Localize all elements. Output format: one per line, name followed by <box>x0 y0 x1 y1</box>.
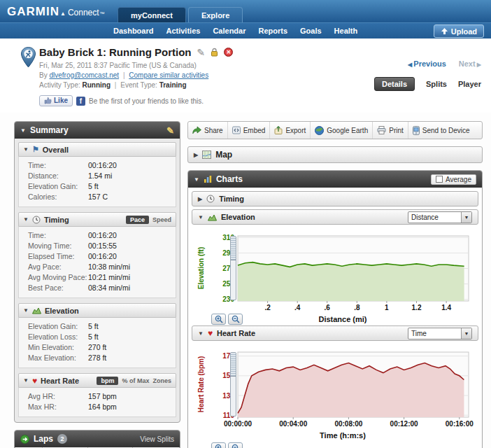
heart-icon: ♥ <box>208 329 213 337</box>
nav-dashboard[interactable]: Dashboard <box>113 27 153 35</box>
edit-summary-icon[interactable]: ✎ <box>166 125 174 136</box>
section-title: Timing <box>44 216 69 224</box>
stat-value: 1.54 mi <box>88 171 112 181</box>
tab-myconnect[interactable]: myConnect <box>118 7 186 22</box>
like-text: Be the first of your friends to like thi… <box>89 97 204 105</box>
clock-icon <box>206 195 215 203</box>
owner-link[interactable]: dlvefrog@comcast.net <box>49 71 119 79</box>
section-title: Heart Rate <box>41 377 79 385</box>
activity-pin-icon <box>21 47 36 68</box>
summary-panel-header[interactable]: ▼ Summary ✎ <box>15 122 180 139</box>
top-tabs: myConnect Explore <box>118 7 243 22</box>
stat-value: 10:38 min/mi <box>88 262 130 272</box>
upload-button[interactable]: Upload <box>434 24 484 38</box>
zoom-in-button[interactable] <box>211 442 226 448</box>
charts-panel-header[interactable]: ▼ Charts Average <box>188 171 482 188</box>
zoom-in-button[interactable] <box>211 314 226 325</box>
laps-panel-header[interactable]: Laps 2 View Splits <box>15 430 180 447</box>
elevation-axis-dropdown[interactable]: Distance ▼ <box>408 211 472 223</box>
expand-icon[interactable]: ▶ <box>198 196 202 202</box>
section-rows: Elevation Gain:5 ft Elevation Loss:5 ft … <box>18 318 176 368</box>
summary-title: Summary <box>30 125 69 135</box>
separator: | <box>115 81 117 89</box>
nav-calendar[interactable]: Calendar <box>213 27 246 35</box>
nav-reports[interactable]: Reports <box>258 27 287 35</box>
slider-handle[interactable] <box>231 353 236 377</box>
heart-rate-chart-footer: Time (h:m:s) <box>210 429 476 442</box>
zoom-controls <box>211 442 243 448</box>
collapse-icon[interactable]: ▼ <box>23 307 29 314</box>
expand-icon[interactable]: ▶ <box>194 152 198 158</box>
share-button[interactable]: Share <box>188 122 228 139</box>
collapse-icon[interactable]: ▼ <box>194 176 199 183</box>
brand-text: GARMIN <box>7 5 59 19</box>
laps-icon <box>20 435 29 444</box>
section-timing-header[interactable]: ▼ Timing Pace Speed <box>18 212 176 227</box>
zoom-out-button[interactable] <box>228 314 243 325</box>
delete-activity-icon[interactable]: ✕ <box>224 48 233 57</box>
collapse-icon[interactable]: ▼ <box>198 330 204 337</box>
collapse-icon[interactable]: ▼ <box>198 214 204 220</box>
heart-rate-chart-header[interactable]: ▼ ♥ Heart Rate Time ▼ <box>192 326 478 341</box>
collapse-icon[interactable]: ▼ <box>20 127 26 134</box>
collapse-icon[interactable]: ▼ <box>23 146 29 153</box>
next-link[interactable]: Next ▶ <box>459 59 481 68</box>
privacy-lock-icon[interactable] <box>211 48 218 57</box>
elevation-ylabel: Elevation (ft) <box>197 233 205 303</box>
laps-panel: Laps 2 View Splits Split Time Distance A… <box>14 430 180 448</box>
heart-rate-chart[interactable]: 11013015017000:00:0000:04:0000:08:0000:1… <box>210 348 476 429</box>
pct-max-toggle[interactable]: % of Max <box>122 377 149 384</box>
export-button[interactable]: Export <box>270 122 311 139</box>
printer-icon <box>377 126 386 134</box>
brand-sub-text: Connect <box>68 8 99 18</box>
facebook-like-button[interactable]: Like <box>39 95 73 106</box>
section-title: Elevation <box>45 307 79 315</box>
section-heart-rate: ▼ ♥ Heart Rate bpm % of Max Zones Avg HR… <box>18 373 176 417</box>
section-overall-header[interactable]: ▼ ⚑ Overall <box>18 142 176 157</box>
stat-label: Moving Time: <box>28 241 88 251</box>
stat-label: Elevation Gain: <box>28 321 88 332</box>
tab-splits[interactable]: Splits <box>426 80 447 88</box>
section-elevation-header[interactable]: ▼ Elevation <box>18 303 176 318</box>
collapse-icon[interactable]: ▼ <box>23 377 29 384</box>
prev-next: ◀ Previous Next ▶ <box>374 59 481 68</box>
slider-handle[interactable] <box>231 237 236 260</box>
stat-label: Best Pace: <box>28 283 88 293</box>
timing-chart-header[interactable]: ▶ Timing <box>192 191 478 206</box>
tab-player[interactable]: Player <box>458 80 481 88</box>
speed-toggle[interactable]: Speed <box>152 216 171 223</box>
stat-label: Elapsed Time: <box>28 251 88 262</box>
dropdown-value: Time <box>408 330 461 337</box>
vertical-zoom-slider[interactable] <box>230 236 236 300</box>
export-icon <box>274 126 283 134</box>
section-title: Overall <box>43 146 69 154</box>
previous-link[interactable]: ◀ Previous <box>408 59 446 68</box>
google-earth-button[interactable]: Google Earth <box>311 122 373 139</box>
embed-button[interactable]: Embed <box>228 122 271 139</box>
section-heart-rate-header[interactable]: ▼ ♥ Heart Rate bpm % of Max Zones <box>18 373 176 388</box>
elevation-chart[interactable]: 230250270290310.2.4.6.811.21.4 <box>210 232 476 313</box>
nav-goals[interactable]: Goals <box>300 27 322 35</box>
edit-title-icon[interactable]: ✎ <box>197 47 206 58</box>
tab-explore[interactable]: Explore <box>188 7 243 22</box>
nav-health[interactable]: Health <box>334 27 358 35</box>
map-panel-header[interactable]: ▶ Map <box>187 146 483 163</box>
bpm-toggle[interactable]: bpm <box>97 377 118 385</box>
heart-rate-axis-dropdown[interactable]: Time ▼ <box>408 328 472 340</box>
print-button[interactable]: Print <box>373 122 408 139</box>
nav-activities[interactable]: Activities <box>166 27 200 35</box>
collapse-icon[interactable]: ▼ <box>23 216 29 223</box>
zoom-out-button[interactable] <box>228 442 243 448</box>
tab-details[interactable]: Details <box>374 77 415 91</box>
vertical-zoom-slider[interactable] <box>230 352 236 416</box>
view-splits-link[interactable]: View Splits <box>140 435 174 443</box>
elevation-chart-header[interactable]: ▼ Elevation Distance ▼ <box>192 209 478 225</box>
compare-activities-link[interactable]: Compare similar activities <box>129 71 208 79</box>
send-to-device-button[interactable]: Send to Device <box>408 122 474 139</box>
heart-rate-ylabel: Heart Rate (bpm) <box>197 349 205 419</box>
embed-icon <box>232 126 241 134</box>
pace-toggle[interactable]: Pace <box>126 216 149 224</box>
zones-toggle[interactable]: Zones <box>152 377 171 384</box>
average-checkbox[interactable] <box>436 176 443 183</box>
svg-text:.8: .8 <box>354 304 360 312</box>
